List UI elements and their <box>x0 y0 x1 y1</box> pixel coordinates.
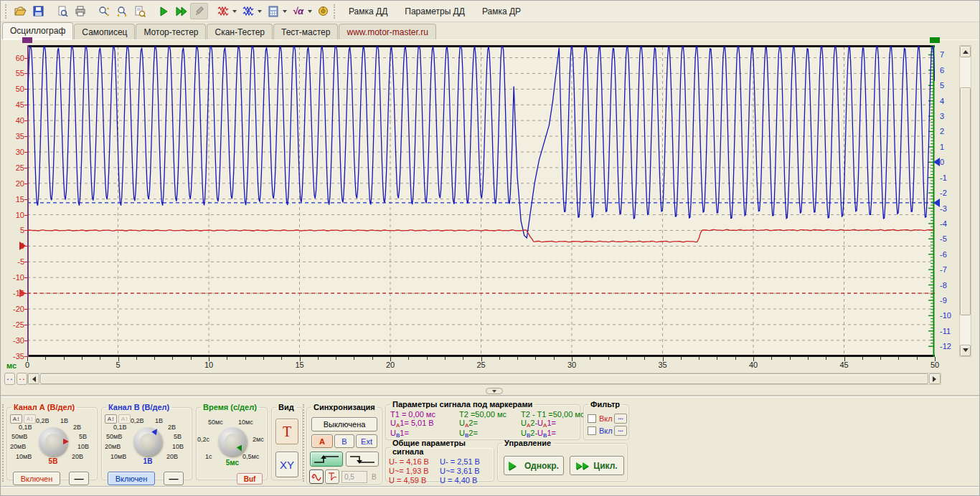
save-button[interactable] <box>29 3 47 19</box>
marker-dots-b-button[interactable]: . . <box>17 373 27 385</box>
filter-b-options-button[interactable]: ... <box>614 426 627 436</box>
general-param-value: U~= 3,61 В <box>440 467 482 476</box>
filter-b-checkbox[interactable] <box>588 426 596 435</box>
toolbar-grip[interactable] <box>5 4 9 19</box>
dropdown-arrow-icon[interactable] <box>283 10 287 15</box>
x-axis-label: 25 <box>471 361 492 369</box>
params-dd-button[interactable]: Параметры ДД <box>396 4 473 19</box>
dropdown-arrow-icon[interactable] <box>232 10 237 15</box>
sync-source-ext-button[interactable]: Ext <box>356 434 377 448</box>
left-axis-label: 10 <box>4 211 24 219</box>
zoom-page-button[interactable] <box>131 3 149 19</box>
time-marker-2[interactable]: 2 <box>930 37 940 56</box>
open-file-button[interactable] <box>11 3 29 19</box>
dropdown-arrow-icon[interactable] <box>308 10 312 15</box>
scroll-down-button[interactable] <box>960 345 971 356</box>
sync-source-b-button[interactable]: В <box>334 434 354 448</box>
right-axis-label: 4 <box>940 97 957 105</box>
tab-4[interactable]: Скан-Тестер <box>207 24 273 39</box>
sync-off-button[interactable]: Выключена <box>311 417 377 431</box>
left-axis-tick <box>24 58 27 59</box>
marker-param-value: UА2= <box>459 419 521 429</box>
autoset-b-button[interactable]: A↕ <box>105 414 117 424</box>
sync-rising-edge-button[interactable] <box>310 452 343 467</box>
sync-level-input[interactable] <box>341 471 367 483</box>
print-preview-icon <box>57 6 68 17</box>
scroll-right-button[interactable] <box>929 373 941 384</box>
sync-mode-level-button[interactable] <box>325 469 339 484</box>
signal-a-generator-button[interactable] <box>214 3 232 19</box>
marker-dots-a-button[interactable]: . . <box>4 373 15 385</box>
filter-a-label: Вкл <box>599 414 613 423</box>
zoom-horizontal-button[interactable] <box>113 3 131 19</box>
x-axis-tick <box>735 357 736 360</box>
panel-collapse-button[interactable] <box>486 388 503 394</box>
sync-mode-wave-button[interactable] <box>309 469 324 484</box>
left-axis-tick <box>24 199 27 200</box>
play-icon <box>509 462 520 470</box>
sync-title: Синхронизация <box>311 403 377 411</box>
filter-a-checkbox[interactable] <box>588 414 596 423</box>
zoom-vertical-button[interactable] <box>95 3 113 19</box>
sync-falling-edge-button[interactable] <box>346 452 379 467</box>
waveform-canvas[interactable] <box>27 45 935 357</box>
dial-label: 50мс <box>208 419 223 426</box>
double-play-icon <box>576 462 589 469</box>
view-time-button[interactable]: T <box>275 419 298 444</box>
toolbar-grip[interactable] <box>334 4 337 19</box>
right-axis-label: -9 <box>940 296 957 305</box>
tab-5[interactable]: Тест-мастер <box>273 24 338 39</box>
print-button[interactable] <box>71 3 89 19</box>
x-axis-tick <box>826 357 826 360</box>
start-cycle-button[interactable] <box>172 3 190 19</box>
print-preview-button[interactable] <box>53 3 71 19</box>
buffer-button[interactable]: Buf <box>237 473 263 485</box>
channel-b-invert-button[interactable]: — <box>164 472 184 485</box>
sync-source-a-button[interactable]: А <box>311 434 333 448</box>
horizontal-scrollbar[interactable] <box>27 373 941 385</box>
tab-2[interactable]: Самописец <box>74 24 135 39</box>
general-param-value: U~= 1,93 В <box>389 467 435 476</box>
cycle-run-button[interactable]: Цикл. <box>570 456 624 475</box>
right-axis-label: 3 <box>940 112 957 120</box>
dial-label: 50мВ <box>106 433 122 440</box>
autoset-b2-button[interactable]: A↕ <box>118 414 131 424</box>
frame-dr-button[interactable]: Рамка ДР <box>473 4 529 19</box>
channel-b-power-button[interactable]: Включен <box>108 472 155 485</box>
tab-1[interactable]: Осциллограф <box>2 22 73 39</box>
sound-button[interactable] <box>314 3 332 19</box>
vertical-scroll-thumb[interactable] <box>960 87 971 315</box>
channel-a-invert-button[interactable]: — <box>69 472 89 485</box>
math-function-button[interactable]: √α <box>289 3 307 19</box>
vertical-scrollbar[interactable] <box>959 45 971 357</box>
x-axis-tick <box>753 357 754 361</box>
dropdown-arrow-icon[interactable] <box>258 10 262 15</box>
x-axis-tick <box>245 357 246 360</box>
channel-b-trigger-marker[interactable] <box>929 199 940 207</box>
tab-3[interactable]: Мотор-тестер <box>136 24 206 39</box>
autoset-a2-button[interactable]: A↕ <box>24 414 36 424</box>
start-button[interactable] <box>154 3 172 19</box>
autoset-a-button[interactable]: A↕ <box>10 414 22 424</box>
dial-label: 10мс <box>238 419 253 426</box>
left-axis-label: 0 <box>4 242 24 250</box>
scroll-up-button[interactable] <box>960 46 971 57</box>
edit-button[interactable] <box>190 3 208 19</box>
scroll-left-button[interactable] <box>28 373 39 384</box>
calculator-button[interactable] <box>264 3 282 19</box>
tab-6[interactable]: www.motor-master.ru <box>339 24 435 39</box>
view-xy-button[interactable]: XY <box>275 452 298 477</box>
horizontal-scroll-thumb[interactable] <box>40 373 928 384</box>
frame-dd-button[interactable]: Рамка ДД <box>340 4 396 19</box>
filter-a-options-button[interactable]: ... <box>614 414 627 424</box>
signal-b-generator-button[interactable] <box>239 3 257 19</box>
timebase-selected-scale: 5мс <box>217 459 248 467</box>
play-icon <box>159 6 169 16</box>
channel-a-power-button[interactable]: Включен <box>13 472 60 485</box>
x-axis-tick <box>318 357 319 360</box>
left-axis-label: 20 <box>4 179 24 188</box>
left-axis-tick <box>24 152 27 153</box>
channel-b-zero-marker[interactable] <box>929 158 940 166</box>
single-run-button[interactable]: Однокр. <box>504 456 564 475</box>
left-axis-label: -25 <box>4 320 24 329</box>
